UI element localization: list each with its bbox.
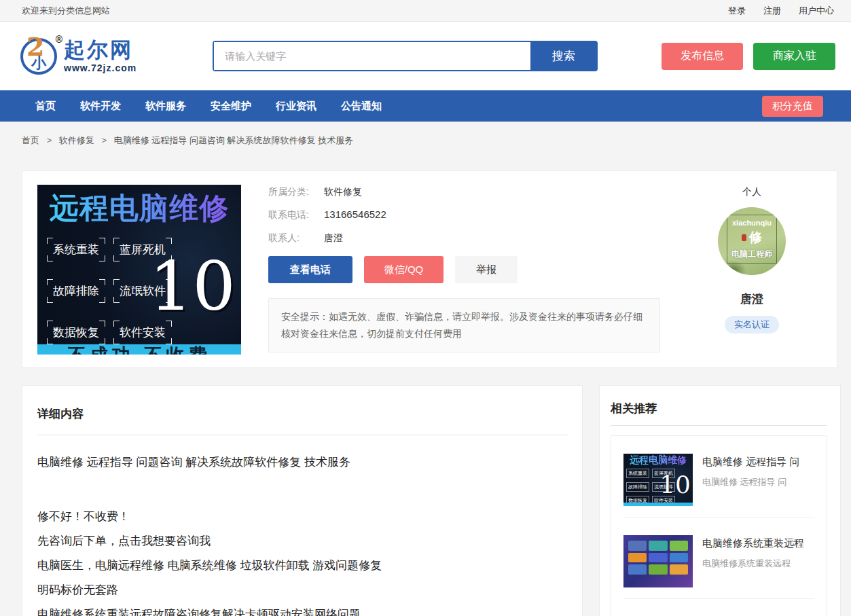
ad-image-banner: 不成功 不收费: [37, 344, 241, 355]
seller-type-label: 个人: [681, 186, 823, 198]
avatar-text-line3: 电脑工程师: [731, 249, 772, 260]
related-item-title: 电脑维修系统重装远程: [702, 537, 804, 550]
phone-value: 13166546522: [324, 208, 386, 221]
site-header: 2 小 ® 起尔网 www.72jz.com 搜索 发布信息 商家入驻: [0, 22, 851, 90]
related-item-subtitle: 电脑维修系统重装远程: [702, 558, 804, 570]
detail-paragraph: 电脑维修 远程指导 问题咨询 解决系统故障软件修复 技术服务: [37, 450, 568, 475]
nav-item-security[interactable]: 安全维护: [211, 100, 251, 113]
action-buttons: 查看电话 微信/QQ 举报: [268, 256, 660, 283]
breadcrumb-category[interactable]: 软件修复: [59, 135, 94, 145]
main-nav: 首页 软件开发 软件服务 安全维护 行业资讯 公告通知 积分充值: [0, 90, 851, 122]
user-center-link[interactable]: 用户中心: [799, 5, 834, 17]
top-bar: 欢迎来到分类信息网站 登录 注册 用户中心: [0, 0, 851, 22]
avatar-text-line1: xiachunqiu: [732, 219, 772, 227]
related-item-subtitle: 电脑维修 远程指导 问: [702, 476, 799, 488]
detail-paragraph: 修不好！不收费！: [37, 505, 568, 529]
seller-avatar: xiachunqiu 修 电脑工程师: [718, 207, 786, 275]
breadcrumb-home[interactable]: 首页: [22, 135, 39, 145]
listing-image: 远程电脑维修 系统重装 蓝屏死机 故障排除 流氓软件 数据恢复 软件安装 10 …: [37, 185, 241, 355]
breadcrumb-current: 电脑维修 远程指导 问题咨询 解决系统故障软件修复 技术服务: [114, 135, 353, 145]
topbar-links: 登录 注册 用户中心: [728, 5, 834, 17]
search-button[interactable]: 搜索: [530, 42, 596, 70]
nav-item-home[interactable]: 首页: [35, 100, 56, 113]
welcome-text: 欢迎来到分类信息网站: [22, 5, 110, 17]
login-link[interactable]: 登录: [728, 5, 746, 17]
verified-badge[interactable]: 实名认证: [725, 316, 779, 333]
related-item-title: 电脑维修 远程指导 问: [702, 456, 799, 469]
divider: [37, 435, 568, 435]
search-bar: 搜索: [213, 41, 598, 71]
nav-item-software-service[interactable]: 软件服务: [145, 100, 186, 113]
related-title: 相关推荐: [611, 401, 827, 416]
breadcrumb-separator: >: [101, 135, 107, 145]
detail-card: 详细内容 电脑维修 远程指导 问题咨询 解决系统故障软件修复 技术服务 修不好！…: [22, 385, 583, 616]
contact-label: 联系人:: [268, 231, 324, 244]
view-phone-button[interactable]: 查看电话: [268, 256, 352, 283]
related-thumbnail-system-reinstall: [623, 535, 693, 587]
breadcrumb: 首页 > 软件修复 > 电脑维修 远程指导 问题咨询 解决系统故障软件修复 技术…: [22, 134, 837, 147]
category-value: 软件修复: [324, 185, 362, 198]
points-recharge-button[interactable]: 积分充值: [762, 96, 823, 117]
avatar-text-line2: 修: [749, 229, 762, 247]
nav-item-announcements[interactable]: 公告通知: [341, 100, 382, 113]
lower-section: 详细内容 电脑维修 远程指导 问题咨询 解决系统故障软件修复 技术服务 修不好！…: [22, 385, 837, 616]
ad-image-title: 远程电脑维修: [37, 189, 241, 228]
ad-tag: 系统重装: [53, 243, 99, 256]
breadcrumb-separator: >: [47, 135, 52, 145]
nav-item-software-dev[interactable]: 软件开发: [80, 100, 121, 113]
ad-image-number: 10: [149, 253, 236, 321]
site-logo[interactable]: 2 小 ® 起尔网 www.72jz.com: [20, 38, 137, 75]
seller-name: 唐澄: [681, 291, 823, 307]
related-list: 远程电脑维修 系统重装 蓝屏死机 故障排除 流氓软件 数据恢复 软件安装 10 …: [611, 435, 827, 616]
phone-label: 联系电话:: [268, 208, 324, 221]
listing-info: 所属分类: 软件修复 联系电话: 13166546522 联系人: 唐澄 查看电…: [268, 185, 660, 355]
wechat-qq-button[interactable]: 微信/QQ: [364, 256, 443, 283]
detail-paragraph: 电脑医生，电脑远程维修 电脑系统维修 垃圾软件卸载 游戏问题修复: [37, 554, 568, 578]
detail-title: 详细内容: [37, 406, 568, 422]
category-label: 所属分类:: [268, 185, 324, 198]
register-link[interactable]: 注册: [763, 5, 781, 17]
contact-value: 唐澄: [324, 231, 343, 244]
listing-card: 远程电脑维修 系统重装 蓝屏死机 故障排除 流氓软件 数据恢复 软件安装 10 …: [22, 170, 837, 368]
related-item[interactable]: 远程电脑维修 系统重装 蓝屏死机 故障排除 流氓软件 数据恢复 软件安装 10 …: [623, 436, 814, 518]
safety-notice: 安全提示：如遇无效、虚假、诈骗信息，请立即举报。涉及资金往来的事项请务必仔细核对…: [268, 298, 660, 352]
search-input[interactable]: [214, 42, 530, 70]
logo-url: www.72jz.com: [64, 62, 137, 73]
detail-paragraph: 电脑维修系统重装远程故障咨询修复解决卡顿驱动安装网络问题: [37, 602, 568, 616]
related-thumbnail-remote-repair: 远程电脑维修 系统重装 蓝屏死机 故障排除 流氓软件 数据恢复 软件安装 10: [623, 454, 693, 506]
detail-paragraph: 先咨询后下单，点击我想要咨询我: [37, 529, 568, 554]
merchant-join-button[interactable]: 商家入驻: [753, 43, 835, 70]
report-button[interactable]: 举报: [455, 256, 518, 283]
registered-mark: ®: [56, 34, 62, 45]
ad-tag: 故障排除: [53, 285, 99, 297]
nav-item-industry-news[interactable]: 行业资讯: [276, 100, 316, 113]
ad-tag: 数据恢复: [53, 326, 99, 339]
related-item[interactable]: 电脑维修系统重装远程 电脑维修系统重装远程: [623, 518, 814, 599]
seal-icon: [742, 234, 746, 241]
detail-body: 电脑维修 远程指导 问题咨询 解决系统故障软件修复 技术服务 修不好！不收费！ …: [37, 450, 568, 616]
ad-tag: 软件安装: [120, 326, 166, 339]
divider: [611, 425, 827, 426]
related-card: 相关推荐 远程电脑维修 系统重装 蓝屏死机 故障排除 流氓软件 数据恢复 软件安…: [599, 385, 841, 616]
seller-panel: 个人 xiachunqiu 修 电脑工程师 唐澄 实名认证: [681, 185, 823, 355]
logo-name: 起尔网: [64, 39, 137, 60]
related-item[interactable]: 软件远程服务，代码调试 软件远程服务，代码调试: [623, 599, 814, 616]
detail-paragraph: 明码标价无套路: [37, 578, 568, 602]
logo-icon: 2 小 ®: [20, 38, 57, 75]
publish-info-button[interactable]: 发布信息: [662, 43, 743, 70]
